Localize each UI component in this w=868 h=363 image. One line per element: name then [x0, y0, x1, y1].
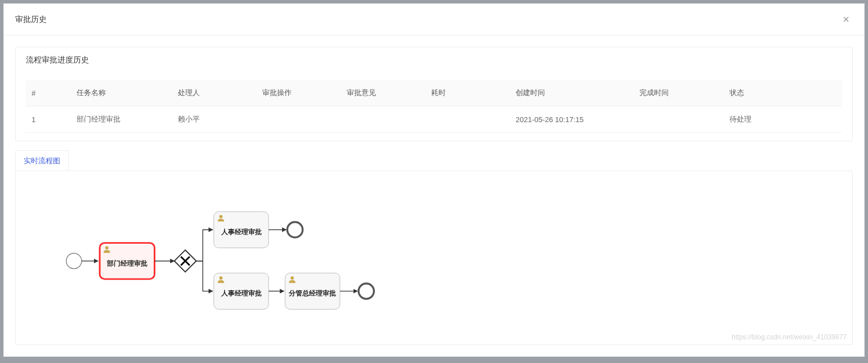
col-created: 创建时间	[510, 80, 634, 106]
col-operation: 审批操作	[257, 80, 341, 106]
bpmn-task-hr-top: 人事经理审批	[214, 212, 269, 248]
cell-opinion	[341, 106, 426, 133]
modal-header: 审批历史 ×	[4, 4, 864, 35]
col-status: 状态	[724, 80, 842, 106]
cell-operation	[257, 106, 341, 133]
bpmn-diagram-panel: 部门经理审批 人事经理审批	[15, 171, 853, 345]
cell-status: 待处理	[724, 106, 842, 133]
col-task-name: 任务名称	[71, 80, 172, 106]
bpmn-end-event	[287, 222, 302, 237]
col-assignee: 处理人	[172, 80, 257, 106]
col-idx: #	[26, 80, 71, 106]
svg-text:部门经理审批: 部门经理审批	[106, 259, 147, 267]
cell-idx: 1	[26, 106, 71, 133]
bpmn-exclusive-gateway	[175, 250, 196, 272]
cell-completed	[634, 106, 724, 133]
table-row: 1 部门经理审批 赖小平 2021-05-26 10:17:15 待处理	[26, 106, 842, 133]
col-completed: 完成时间	[634, 80, 724, 106]
svg-text:人事经理审批: 人事经理审批	[221, 289, 262, 297]
bpmn-task-hr-bottom: 人事经理审批	[214, 273, 269, 309]
bpmn-flow	[196, 230, 213, 261]
tab-realtime-diagram[interactable]: 实时流程图	[15, 150, 69, 171]
bpmn-task-vp: 分管总经理审批	[285, 273, 339, 309]
cell-created: 2021-05-26 10:17:15	[510, 106, 634, 133]
bpmn-task-dept-manager: 部门经理审批	[100, 243, 154, 279]
watermark: https://blog.csdn.net/weixin_41039677	[732, 333, 847, 341]
bpmn-flow	[196, 261, 213, 292]
svg-text:人事经理审批: 人事经理审批	[221, 228, 262, 236]
history-table: # 任务名称 处理人 审批操作 审批意见 耗时 创建时间 完成时间 状态	[16, 73, 852, 141]
tab-bar: 实时流程图	[15, 150, 853, 171]
cell-duration	[426, 106, 510, 133]
cell-assignee: 赖小平	[172, 106, 257, 133]
bpmn-diagram: 部门经理审批 人事经理审批	[38, 188, 466, 323]
card-title: 流程审批进度历史	[16, 47, 852, 73]
col-opinion: 审批意见	[341, 80, 426, 106]
modal-title: 审批历史	[15, 15, 839, 25]
col-duration: 耗时	[426, 80, 510, 106]
modal-body: 流程审批进度历史 # 任务名称 处理人 审批操作 审批意见 耗时 创建时间 完成…	[4, 35, 864, 356]
bpmn-end-event	[359, 284, 374, 299]
svg-text:分管总经理审批: 分管总经理审批	[288, 289, 336, 297]
close-icon[interactable]: ×	[839, 12, 853, 27]
bpmn-start-event	[66, 253, 82, 268]
table-header-row: # 任务名称 处理人 审批操作 审批意见 耗时 创建时间 完成时间 状态	[26, 80, 842, 106]
approval-history-modal: 审批历史 × 流程审批进度历史 # 任务名称 处理人 审批操作 审批意见 耗时	[3, 3, 865, 357]
history-card: 流程审批进度历史 # 任务名称 处理人 审批操作 审批意见 耗时 创建时间 完成…	[15, 47, 853, 141]
cell-task-name: 部门经理审批	[71, 106, 172, 133]
